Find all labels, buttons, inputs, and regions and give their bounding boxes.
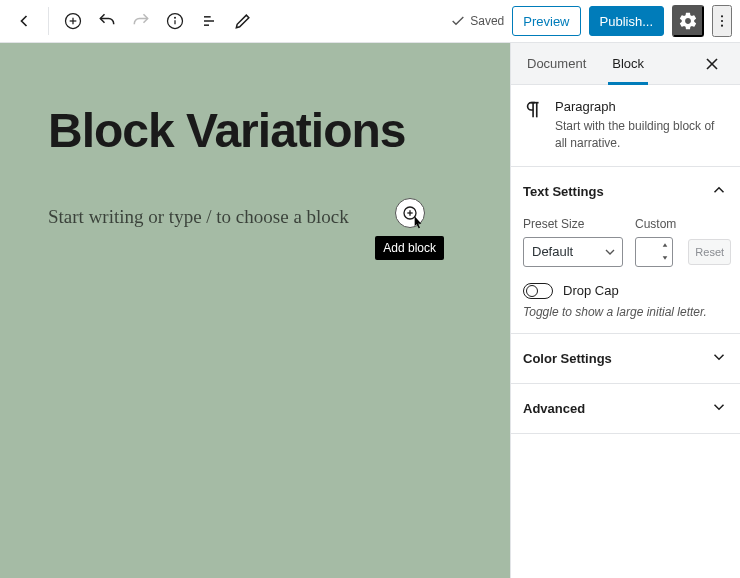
add-block-tooltip: Add block [375,236,444,260]
step-up-icon[interactable] [659,239,671,252]
post-title[interactable]: Block Variations [48,103,462,158]
svg-marker-21 [663,256,668,259]
panel-advanced: Advanced [511,384,740,434]
cursor-pointer-icon [410,215,426,231]
panel-title: Text Settings [523,184,604,199]
preview-button[interactable]: Preview [512,6,580,36]
custom-size-label: Custom [635,217,676,231]
inline-add-button[interactable] [395,198,425,228]
svg-marker-20 [663,243,668,246]
edit-button[interactable] [227,5,259,37]
chevron-down-icon [710,348,728,369]
block-info: Paragraph Start with the building block … [511,85,740,167]
preset-size-value: Default [532,244,573,259]
undo-button[interactable] [91,5,123,37]
svg-point-9 [721,15,723,17]
redo-button[interactable] [125,5,157,37]
chevron-down-icon [710,398,728,419]
panel-color-settings: Color Settings [511,334,740,384]
saved-status: Saved [450,13,504,29]
inline-inserter: Add block [375,198,444,260]
separator [48,7,49,35]
editor-canvas[interactable]: Block Variations Start writing or type /… [0,43,510,578]
preset-size-select[interactable]: Default [523,237,623,267]
check-icon [450,13,466,29]
more-menu-button[interactable] [712,5,732,37]
panel-text-settings: Text Settings Preset Size Default [511,167,740,334]
svg-point-10 [721,20,723,22]
more-vertical-icon [714,12,730,30]
reset-button[interactable]: Reset [688,239,731,265]
publish-button[interactable]: Publish... [589,6,664,36]
sidebar-tabs: Document Block [511,43,740,85]
panel-title: Color Settings [523,351,612,366]
saved-label: Saved [470,14,504,28]
preset-size-label: Preset Size [523,217,584,231]
close-icon [702,54,722,74]
info-button[interactable] [159,5,191,37]
top-toolbar: Saved Preview Publish... [0,0,740,43]
drop-cap-caption: Toggle to show a large initial letter. [523,305,728,319]
panel-head-text-settings[interactable]: Text Settings [511,167,740,216]
panel-head-advanced[interactable]: Advanced [511,384,740,433]
outline-button[interactable] [193,5,225,37]
block-name: Paragraph [555,99,728,114]
block-description: Start with the building block of all nar… [555,118,728,152]
paragraph-icon [523,99,545,121]
settings-sidebar: Document Block Paragraph Start with the … [510,43,740,578]
drop-cap-label: Drop Cap [563,283,619,298]
sidebar-close-button[interactable] [696,48,728,80]
step-down-icon[interactable] [659,252,671,265]
back-button[interactable] [8,5,40,37]
settings-button[interactable] [672,5,704,37]
tab-document[interactable]: Document [523,43,590,84]
chevron-up-icon [710,181,728,202]
drop-cap-toggle[interactable] [523,283,553,299]
custom-size-input[interactable] [635,237,673,267]
panel-head-color-settings[interactable]: Color Settings [511,334,740,383]
svg-point-5 [175,17,176,18]
tab-block[interactable]: Block [608,43,648,84]
svg-point-11 [721,25,723,27]
add-block-button[interactable] [57,5,89,37]
gear-icon [678,11,698,31]
chevron-down-icon [602,244,618,260]
panel-title: Advanced [523,401,585,416]
